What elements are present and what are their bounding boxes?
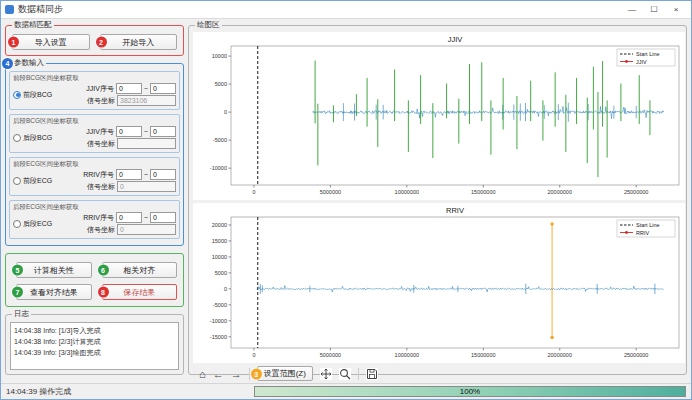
group-data-match-title: 数据精匹配 — [12, 20, 54, 30]
save-figure-icon[interactable] — [366, 368, 378, 380]
group-data-match: 数据精匹配 1 导入设置 2 开始导入 — [5, 25, 184, 56]
svg-text:10000000: 10000000 — [395, 352, 419, 358]
svg-text:0: 0 — [224, 286, 227, 292]
index-label: RRIV序号 — [83, 213, 114, 223]
range-start-input[interactable] — [116, 212, 142, 223]
zoom-icon[interactable] — [339, 368, 351, 380]
close-button[interactable]: × — [665, 2, 687, 18]
log-line: 14:04:38 Info: [1/3]导入完成 — [14, 325, 175, 336]
log-line: 14:04:39 Info: [3/3]绘图完成 — [14, 347, 175, 358]
svg-text:15000000: 15000000 — [471, 352, 495, 358]
radio-label: 后段BCG — [23, 133, 52, 143]
window-title: 数据精同步 — [18, 3, 63, 16]
range-end-input[interactable] — [150, 83, 176, 94]
progress-label: 100% — [255, 387, 685, 396]
compute-correlation-button[interactable]: 计算相关性 — [16, 262, 92, 278]
coord-label: 信号坐标 — [87, 225, 115, 235]
svg-text:5000: 5000 — [215, 81, 227, 87]
signal-coord-input[interactable] — [117, 95, 176, 106]
svg-text:-10000: -10000 — [210, 165, 227, 171]
svg-text:JJIV: JJIV — [448, 35, 463, 44]
svg-text:-15000: -15000 — [210, 334, 227, 340]
signal-coord-input[interactable] — [117, 138, 176, 149]
param-subgroup: 前段ECG区间坐标获取前段ECGRRIV序号~信号坐标 — [9, 157, 180, 196]
segment-radio[interactable]: 后段BCG — [13, 133, 65, 143]
index-label: JJIV序号 — [86, 84, 114, 94]
forward-icon[interactable]: → — [231, 368, 242, 380]
chart-rriv[interactable]: RRIV050000001000000015000000200000002500… — [193, 203, 685, 363]
radio-icon[interactable] — [13, 177, 21, 185]
svg-text:RRIV: RRIV — [446, 206, 464, 215]
radio-icon[interactable] — [13, 220, 21, 228]
range-start-input[interactable] — [116, 169, 142, 180]
param-subgroup: 后段BCG区间坐标获取后段BCGJJIV序号~信号坐标 — [9, 114, 180, 153]
subgroup-title: 后段ECG区间坐标获取 — [13, 202, 176, 211]
svg-text:5000000: 5000000 — [320, 189, 341, 195]
param-subgroup: 前段BCG区间坐标获取前段BCGJJIV序号~信号坐标 — [9, 71, 180, 110]
svg-text:-5000: -5000 — [213, 137, 227, 143]
svg-text:10000: 10000 — [212, 254, 227, 260]
radio-icon[interactable] — [13, 91, 21, 99]
segment-radio[interactable]: 前段BCG — [13, 90, 65, 100]
svg-text:10000: 10000 — [212, 53, 227, 59]
svg-text:20000000: 20000000 — [547, 189, 571, 195]
plot-toolbar: ⌂ ← → 3 设置范围(Z) — [193, 363, 682, 381]
minimize-button[interactable]: — — [621, 2, 643, 18]
svg-text:5000000: 5000000 — [320, 352, 341, 358]
back-icon[interactable]: ← — [213, 368, 224, 380]
toolbar-separator — [249, 368, 250, 380]
log-output: 14:04:38 Info: [1/3]导入完成14:04:38 Info: [… — [10, 322, 179, 370]
coord-label: 信号坐标 — [87, 96, 115, 106]
plot-area-title: 绘图区 — [195, 20, 222, 30]
step-3-marker: 3 — [251, 368, 262, 379]
save-result-button[interactable]: 保存结果 — [102, 284, 178, 300]
group-log: 日志 14:04:38 Info: [1/3]导入完成14:04:38 Info… — [5, 314, 184, 375]
step-6-marker: 6 — [98, 265, 109, 276]
segment-radio[interactable]: 后段ECG — [13, 219, 65, 229]
index-label: RRIV序号 — [83, 170, 114, 180]
coord-label: 信号坐标 — [87, 182, 115, 192]
home-icon[interactable]: ⌂ — [199, 368, 206, 380]
svg-text:20000000: 20000000 — [547, 352, 571, 358]
subgroup-title: 前段BCG区间坐标获取 — [13, 73, 176, 82]
range-end-input[interactable] — [150, 126, 176, 137]
range-end-input[interactable] — [150, 212, 176, 223]
segment-radio[interactable]: 前段ECG — [13, 176, 65, 186]
tilde-label: ~ — [144, 128, 148, 135]
range-start-input[interactable] — [116, 126, 142, 137]
title-bar: 数据精同步 — ☐ × — [1, 1, 691, 19]
signal-coord-input[interactable] — [117, 181, 176, 192]
maximize-button[interactable]: ☐ — [643, 2, 665, 18]
step-4-marker: 4 — [2, 58, 13, 69]
range-end-input[interactable] — [150, 169, 176, 180]
step-7-marker: 7 — [12, 287, 23, 298]
pan-icon[interactable] — [320, 368, 332, 380]
svg-text:RRIV: RRIV — [636, 230, 649, 236]
import-settings-button[interactable]: 导入设置 — [12, 34, 90, 50]
svg-text:0: 0 — [252, 189, 255, 195]
start-import-button[interactable]: 开始导入 — [100, 34, 178, 50]
radio-icon[interactable] — [13, 134, 21, 142]
group-params: 参数输入 4 前段BCG区间坐标获取前段BCGJJIV序号~信号坐标后段BCG区… — [5, 63, 184, 246]
tilde-label: ~ — [144, 171, 148, 178]
svg-text:15000: 15000 — [212, 238, 227, 244]
set-range-button[interactable]: 设置范围(Z) — [257, 366, 313, 381]
signal-coord-input[interactable] — [117, 224, 176, 235]
radio-label: 前段BCG — [23, 90, 52, 100]
range-start-input[interactable] — [116, 83, 142, 94]
tilde-label: ~ — [144, 85, 148, 92]
svg-text:JJIV: JJIV — [636, 59, 647, 65]
step-2-marker: 2 — [96, 37, 107, 48]
svg-text:Start Line: Start Line — [636, 51, 660, 57]
subgroup-title: 前段ECG区间坐标获取 — [13, 159, 176, 168]
chart-jjiv[interactable]: JJIV050000001000000015000000200000002500… — [193, 32, 685, 200]
svg-text:0: 0 — [224, 109, 227, 115]
svg-text:15000000: 15000000 — [471, 189, 495, 195]
log-line: 14:04:38 Info: [2/3]计算完成 — [14, 336, 175, 347]
svg-text:5000: 5000 — [215, 270, 227, 276]
param-subgroup: 后段ECG区间坐标获取后段ECGRRIV序号~信号坐标 — [9, 200, 180, 239]
param-subgroup-list: 前段BCG区间坐标获取前段BCGJJIV序号~信号坐标后段BCG区间坐标获取后段… — [6, 64, 183, 245]
view-align-result-button[interactable]: 查看对齐结果 — [16, 284, 92, 300]
correlation-align-button[interactable]: 相关对齐 — [102, 262, 178, 278]
svg-text:10000000: 10000000 — [395, 189, 419, 195]
